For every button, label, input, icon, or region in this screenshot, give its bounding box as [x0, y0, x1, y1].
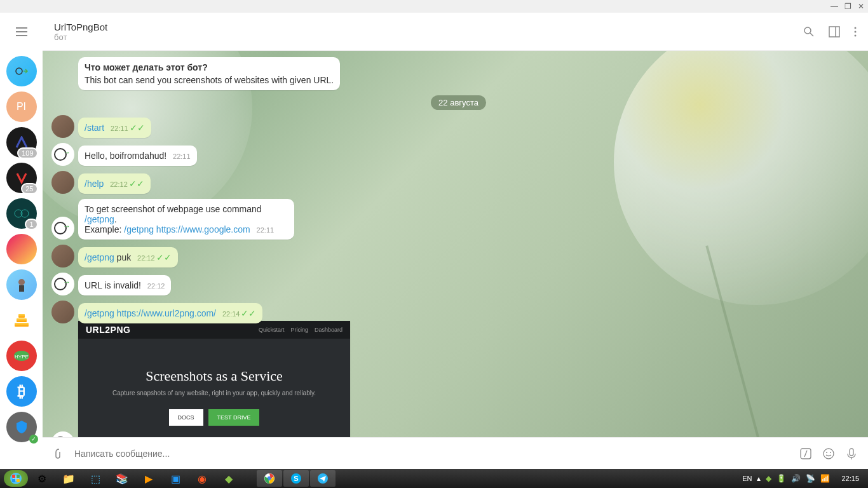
windows-taskbar[interactable]: ⚙ 📁 ⬚ 📚 ▶ ▣ ◉ ◆ S EN ▴ ◆ 🔋 🔊 📡 📶 22:15 — [0, 469, 868, 488]
chat-header: UrlToPngBot бот — [43, 13, 868, 51]
taskbar-app-3[interactable]: ⬚ — [83, 470, 108, 487]
chat-title: UrlToPngBot — [54, 22, 803, 32]
taskbar-clock[interactable]: 22:15 — [841, 475, 859, 482]
message-row: URL is invalid! 22:12 — [49, 273, 868, 295]
user-avatar[interactable] — [51, 115, 74, 138]
search-icon[interactable] — [803, 26, 815, 37]
bot-avatar[interactable] — [51, 143, 74, 166]
chat-subtitle: бот — [54, 32, 803, 42]
user-avatar[interactable] — [51, 245, 74, 268]
svg-rect-9 — [829, 27, 839, 37]
chat-messages-area[interactable]: Что может делать этот бот? This bot can … — [43, 51, 868, 437]
screenshot-subheading: Capture snapshots of any website, right … — [112, 390, 316, 396]
sidebar-chat-7[interactable] — [6, 305, 37, 336]
screenshot-attachment[interactable]: URL2PNG Quickstart Pricing Dashboard Scr… — [78, 321, 350, 437]
sidebar-chat-5[interactable] — [6, 234, 37, 264]
taskbar-app-5[interactable]: ▶ — [136, 470, 161, 487]
message-bubble-out[interactable]: /help 22:12✓✓ — [78, 173, 151, 194]
sidebar-chat-0[interactable] — [6, 56, 37, 86]
panel-icon[interactable] — [829, 26, 840, 37]
svg-line-15 — [804, 451, 807, 457]
taskbar-app-1[interactable]: ⚙ — [29, 470, 55, 487]
svg-point-12 — [855, 30, 857, 32]
intro-bubble: Что может делать этот бот? This bot can … — [78, 57, 340, 90]
message-row: Hello, boifromdahud! 22:11 — [49, 143, 868, 166]
svg-rect-4 — [19, 285, 24, 292]
taskbar-chrome[interactable] — [257, 470, 282, 487]
taskbar-app-2[interactable]: 📁 — [56, 470, 81, 487]
minimize-button[interactable]: — — [831, 2, 838, 11]
taskbar-skype[interactable]: S — [283, 470, 309, 487]
message-row: /getpng puk 22:12✓✓ — [49, 245, 868, 268]
svg-point-16 — [824, 449, 834, 459]
svg-point-7 — [804, 27, 811, 34]
attach-icon[interactable] — [53, 447, 65, 460]
message-input-area — [43, 437, 868, 469]
svg-line-8 — [810, 33, 813, 36]
menu-button[interactable] — [0, 13, 43, 51]
message-bubble-out[interactable]: /getpng https://www.url2png.com/ 22:14✓✓ — [78, 303, 262, 323]
message-bubble-in[interactable]: To get screenshot of webpage use command… — [78, 199, 294, 240]
tray-icon[interactable]: ◆ — [766, 474, 771, 483]
slash-command-icon[interactable] — [799, 447, 812, 460]
screenshot-nav-item: Dashboard — [315, 327, 342, 333]
taskbar-app-7[interactable]: ◉ — [189, 470, 215, 487]
sidebar-chat-8[interactable]: HYPE — [6, 341, 37, 371]
tray-signal-icon[interactable]: 📶 — [820, 474, 830, 483]
intro-message-row: Что может делать этот бот? This bot can … — [49, 57, 868, 90]
emoji-icon[interactable] — [822, 447, 835, 460]
svg-rect-24 — [17, 479, 20, 482]
sidebar-chat-3[interactable]: 25 — [6, 163, 37, 193]
tray-battery-icon[interactable]: 🔋 — [776, 474, 786, 483]
message-bubble-out[interactable]: /start 22:11✓✓ — [78, 118, 151, 138]
user-avatar[interactable] — [51, 301, 74, 323]
maximize-button[interactable]: ❐ — [844, 2, 851, 11]
tray-arrow-icon[interactable]: ▴ — [757, 474, 761, 483]
bot-avatar[interactable] — [51, 273, 74, 295]
screenshot-heading: Screenshots as a Service — [146, 368, 283, 384]
voice-icon[interactable] — [845, 447, 858, 460]
message-bubble-out[interactable]: /getpng puk 22:12✓✓ — [78, 247, 178, 268]
message-bubble-in[interactable]: URL is invalid! 22:12 — [78, 275, 171, 295]
command-link[interactable]: /getpng — [85, 252, 114, 262]
date-separator: 22 августа — [431, 95, 486, 110]
sidebar-chat-1[interactable]: PI — [6, 92, 37, 122]
svg-rect-19 — [850, 449, 853, 456]
screenshot-testdrive-button: TEST DRIVE — [208, 409, 260, 426]
command-link[interactable]: /start — [85, 123, 104, 133]
sidebar-chat-9[interactable]: ₿ — [6, 376, 37, 407]
taskbar-telegram[interactable] — [310, 470, 336, 487]
svg-point-0 — [16, 68, 22, 74]
taskbar-app-4[interactable]: 📚 — [109, 470, 135, 487]
command-link[interactable]: /help — [85, 179, 104, 189]
start-button[interactable] — [4, 470, 28, 487]
sidebar-chat-10[interactable] — [6, 412, 37, 442]
taskbar-app-6[interactable]: ▣ — [163, 470, 188, 487]
tray-network-icon[interactable]: 📡 — [806, 474, 815, 483]
command-link[interactable]: /getpng — [85, 308, 114, 318]
intro-desc: This bot can send you screenshots of web… — [85, 75, 334, 85]
bot-avatar[interactable] — [51, 431, 74, 437]
tray-volume-icon[interactable]: 🔊 — [791, 474, 801, 483]
taskbar-lang[interactable]: EN — [742, 475, 752, 482]
message-input[interactable] — [74, 449, 790, 459]
close-button[interactable]: ✕ — [858, 2, 864, 11]
more-icon[interactable] — [854, 26, 857, 37]
message-row: /getpng https://www.url2png.com/ 22:14✓✓ — [49, 301, 868, 323]
message-bubble-in[interactable]: Hello, boifromdahud! 22:11 — [78, 146, 197, 166]
taskbar-app-8[interactable]: ◆ — [216, 470, 241, 487]
window-titlebar: — ❐ ✕ — [0, 0, 868, 13]
bot-avatar[interactable] — [51, 217, 74, 240]
screenshot-docs-button: DOCS — [169, 409, 203, 426]
sidebar-chat-2[interactable]: 109 — [6, 127, 37, 158]
screenshot-logo: URL2PNG — [86, 325, 130, 335]
command-link[interactable]: /getpng — [85, 214, 114, 224]
user-avatar[interactable] — [51, 171, 74, 194]
svg-text:HYPE: HYPE — [15, 354, 29, 360]
chat-sidebar: PI 109 25 1 HYPE ₿ — [0, 13, 43, 469]
sidebar-chat-6[interactable] — [6, 269, 37, 300]
command-link[interactable]: /getpng — [124, 224, 154, 234]
screenshot-nav-item: Pricing — [290, 327, 308, 333]
sidebar-chat-4[interactable]: 1 — [6, 198, 37, 229]
screenshot-nav-item: Quickstart — [259, 327, 285, 333]
